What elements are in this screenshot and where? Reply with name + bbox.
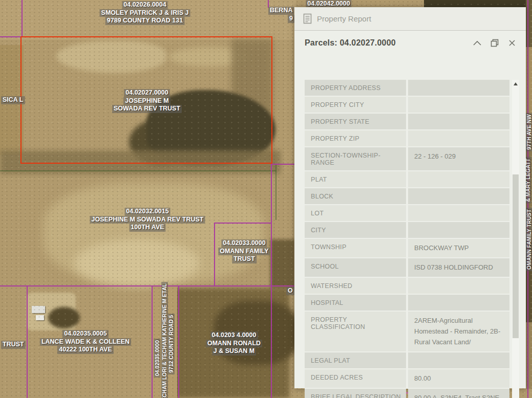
row-label: DEEDED ACRES <box>305 369 406 388</box>
parcel-label-smoley: 04.02026.0004SMOLEY PATRICK J & IRIS J97… <box>100 1 190 25</box>
parcel-label-omann-family: 04.02033.0000OMANN FAMILYTRUST <box>218 239 270 263</box>
row-value <box>408 352 509 368</box>
restore-window-icon <box>491 39 499 47</box>
table-row: SECTION-TOWNSHIP-RANGE22 - 126 - 029 <box>305 147 509 171</box>
row-value <box>408 114 509 129</box>
map-edge-strip <box>526 322 532 398</box>
row-value <box>408 80 509 96</box>
row-label: TOWNSHIP <box>305 239 406 257</box>
row-value <box>408 97 509 113</box>
row-value: 2AREM-Agricultural Homestead - Remainder… <box>408 312 509 351</box>
row-label: PROPERTY CLASSIFICATION <box>305 312 406 351</box>
parcel-label-omann-ronald: 04.0203 4.0000OMANN RONALDJ & SUSAN M <box>206 331 262 356</box>
scrollbar-thumb[interactable] <box>513 174 519 338</box>
table-row: PROPERTY CLASSIFICATION2AREM-Agricultura… <box>305 312 509 352</box>
chevron-up-icon <box>473 40 482 46</box>
row-value <box>408 278 509 294</box>
restore-button[interactable] <box>488 37 501 49</box>
row-value: ISD 0738 HOLDINGFORD <box>408 258 509 277</box>
parcel-label-o-partial: O <box>286 287 294 295</box>
parcel-label-techam-vertical: TECHAM LORI & TECHAM KATHERINE M ETAL971… <box>161 282 175 398</box>
parcel-toolbar: Parcels: 04.02027.0000 <box>294 31 526 55</box>
section-line <box>275 164 276 220</box>
close-button[interactable] <box>505 37 519 49</box>
table-row: DEEDED ACRES80.00 <box>305 369 509 389</box>
row-value: 22 - 126 - 029 <box>408 147 509 170</box>
row-value: 80.00 A. S2NE4, Tract S2NE Section 22 To… <box>408 389 509 398</box>
row-label: PROPERTY ADDRESS <box>305 80 406 96</box>
panel-scrollbar[interactable] <box>512 80 519 398</box>
table-row: BLOCK <box>305 188 509 205</box>
collapse-button[interactable] <box>471 37 484 49</box>
table-row: SCHOOLISD 0738 HOLDINGFORD <box>305 258 509 278</box>
table-row: PLAT <box>305 171 509 188</box>
parcel-boundary-line <box>214 223 272 224</box>
map-field-patch <box>74 239 200 286</box>
row-label: PROPERTY ZIP <box>305 130 406 146</box>
parcel-table: PROPERTY ADDRESSPROPERTY CITYPROPERTY ST… <box>305 80 509 398</box>
row-label: PROPERTY CITY <box>305 97 406 113</box>
map-edge-strip <box>526 0 532 47</box>
parcel-label-04035-vertical: 04.02035.0000 <box>154 339 161 378</box>
row-value <box>408 188 509 204</box>
map-building <box>36 315 44 320</box>
map-building <box>32 306 45 313</box>
scroll-up-button[interactable] <box>512 80 519 87</box>
table-row: PROPERTY STATE <box>305 114 509 130</box>
row-label: PROPERTY STATE <box>305 114 406 129</box>
row-label: WATERSHED <box>305 278 406 294</box>
row-label: BLOCK <box>305 188 406 204</box>
parcel-label-trust: TRUST <box>1 341 26 349</box>
parcel-label-97th-ave-vertical: 97TH AVE NW <box>526 113 532 151</box>
row-label: BRIEF LEGAL DESCRIPTION <box>305 389 406 398</box>
table-row: CITY <box>305 222 509 239</box>
parcel-boundary-line <box>271 164 294 165</box>
row-label: SECTION-TOWNSHIP-RANGE <box>305 147 406 170</box>
parcel-boundary-line <box>0 36 22 37</box>
row-value <box>408 295 509 311</box>
row-label: HOSPITAL <box>305 295 406 311</box>
parcel-label-lance: 04.02035.0005LANCE WADE K & COLLEEN40222… <box>40 330 131 354</box>
table-row: TOWNSHIPBROCKWAY TWP <box>305 239 509 258</box>
table-row: PROPERTY ADDRESS <box>305 80 509 97</box>
parcel-label-josephine-sowada: 04.02027.0000JOSEPHINE MSOWADA REV TRUST <box>112 89 182 113</box>
table-row: PROPERTY ZIP <box>305 130 509 147</box>
parcel-label-berna: BERNA <box>268 7 294 15</box>
row-label: PLAT <box>305 171 406 187</box>
triangle-up-icon <box>514 82 518 85</box>
panel-title: Parcels: 04.02027.0000 <box>305 38 466 48</box>
property-report-window: Property Report Parcels: 04.02027.0000 <box>294 7 526 389</box>
row-value <box>408 205 509 221</box>
parcel-label-omann-trust-vertical: OMANN FAMILY TRUST <box>526 208 532 271</box>
parcel-boundary-line <box>178 285 179 398</box>
table-row: LOT <box>305 205 509 222</box>
parcel-boundary-line <box>271 163 272 398</box>
table-row: PROPERTY CITY <box>305 97 509 114</box>
parcel-boundary-line <box>22 0 23 36</box>
report-icon <box>303 13 312 24</box>
row-value <box>408 222 509 238</box>
close-icon <box>508 39 516 47</box>
property-report-panel: Parcels: 04.02027.0000 PROPERTY ADDRESSP… <box>294 31 526 388</box>
row-value: 80.00 <box>408 369 509 388</box>
table-row: LEGAL PLAT <box>305 352 509 369</box>
parcel-label-sowada-100th: 04.02032.0015JOSEPHINE M SOWADA REV TRUS… <box>90 208 205 232</box>
parcel-label-sica: SICA L <box>1 96 25 104</box>
table-row: HOSPITAL <box>305 295 509 312</box>
parcel-boundary-line <box>214 223 215 286</box>
row-label: LOT <box>305 205 406 221</box>
property-report-titlebar: Property Report <box>294 7 526 31</box>
row-label: LEGAL PLAT <box>305 352 406 368</box>
section-line <box>0 170 276 171</box>
map-trees-patch <box>270 239 295 288</box>
row-label: SCHOOL <box>305 258 406 277</box>
row-label: CITY <box>305 222 406 238</box>
map-trees-patch <box>48 307 80 328</box>
parcel-label-berna-2: 9 <box>288 15 294 23</box>
panel-header-title: Property Report <box>317 14 371 23</box>
row-value: BROCKWAY TWP <box>408 239 509 257</box>
table-row: BRIEF LEGAL DESCRIPTION80.00 A. S2NE4, T… <box>305 389 509 398</box>
row-value <box>408 171 509 187</box>
parcel-boundary-line <box>27 285 28 398</box>
parcel-boundary-line <box>0 285 294 286</box>
